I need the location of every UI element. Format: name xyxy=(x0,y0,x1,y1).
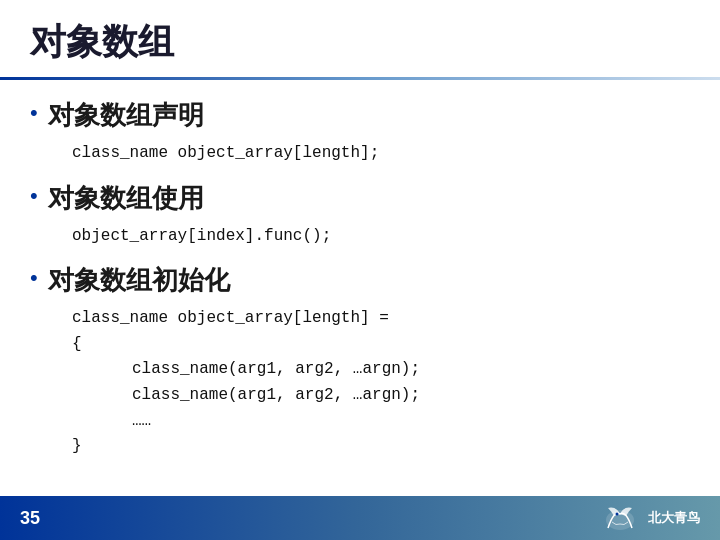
bullet-label-1: 对象数组声明 xyxy=(48,98,204,133)
code-block-1: class_name object_array[length]; xyxy=(72,141,690,167)
svg-point-1 xyxy=(616,513,619,516)
bullet-dot-3: • xyxy=(30,265,38,291)
code-line-3-0: class_name object_array[length] = xyxy=(72,306,690,332)
content-area: • 对象数组声明 class_name object_array[length]… xyxy=(0,98,720,460)
logo-area: 北大青鸟 xyxy=(598,500,700,536)
svg-point-0 xyxy=(606,510,634,530)
slide-number: 35 xyxy=(20,508,40,529)
bullet-1: • 对象数组声明 xyxy=(30,98,690,133)
bullet-2: • 对象数组使用 xyxy=(30,181,690,216)
bullet-dot-2: • xyxy=(30,183,38,209)
code-line-3-2: class_name(arg1, arg2, …argn); xyxy=(132,357,690,383)
code-block-2: object_array[index].func(); xyxy=(72,224,690,250)
bullet-dot-1: • xyxy=(30,100,38,126)
title-area: 对象数组 xyxy=(0,0,720,77)
code-line-2-0: object_array[index].func(); xyxy=(72,227,331,245)
code-line-3-4: …… xyxy=(132,409,690,435)
bottom-bar: 35 北大青鸟 xyxy=(0,496,720,540)
code-line-3-1: { xyxy=(72,332,690,358)
slide-title: 对象数组 xyxy=(30,21,174,62)
logo-bird-icon xyxy=(598,500,642,536)
code-line-3-5: } xyxy=(72,434,690,460)
code-block-3: class_name object_array[length] = { clas… xyxy=(72,306,690,460)
bullet-label-3: 对象数组初始化 xyxy=(48,263,230,298)
logo-text: 北大青鸟 xyxy=(648,510,700,526)
code-line-3-3: class_name(arg1, arg2, …argn); xyxy=(132,383,690,409)
bullet-label-2: 对象数组使用 xyxy=(48,181,204,216)
slide: 对象数组 • 对象数组声明 class_name object_array[le… xyxy=(0,0,720,540)
title-divider xyxy=(0,77,720,80)
code-line-1-0: class_name object_array[length]; xyxy=(72,144,379,162)
bullet-3: • 对象数组初始化 xyxy=(30,263,690,298)
